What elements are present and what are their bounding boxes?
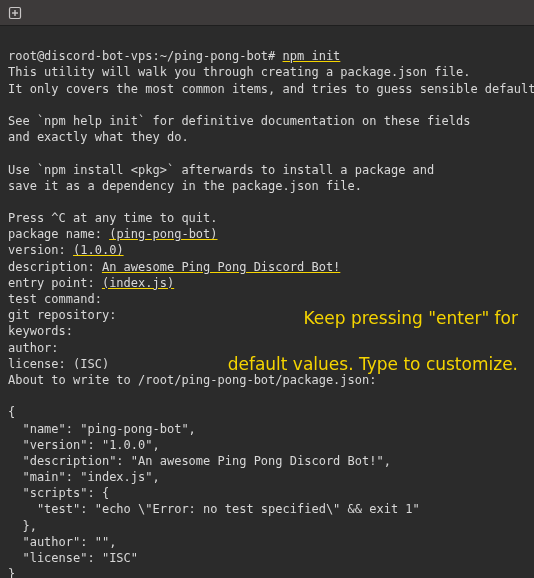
field-label: package name:	[8, 227, 109, 241]
field-value-description: An awesome Ping Pong Discord Bot!	[102, 260, 340, 274]
field-value-entry-point: (index.js)	[102, 276, 174, 290]
intro-line: See `npm help init` for definitive docum…	[8, 114, 470, 128]
field-label-git-repository: git repository:	[8, 308, 116, 322]
field-label-test-command: test command:	[8, 292, 102, 306]
field-value-package-name: (ping-pong-bot)	[109, 227, 217, 241]
terminal-output[interactable]: root@discord-bot-vps:~/ping-pong-bot# np…	[0, 26, 534, 578]
field-label-license: license: (ISC)	[8, 357, 109, 371]
annotation-line: default values. Type to customize.	[228, 354, 518, 374]
json-line: "main": "index.js",	[8, 470, 160, 484]
json-line: "author": "",	[8, 535, 116, 549]
field-value-version: (1.0.0)	[73, 243, 124, 257]
intro-line: It only covers the most common items, an…	[8, 82, 534, 96]
field-label-author: author:	[8, 341, 59, 355]
json-line: }	[8, 567, 15, 578]
field-label: description:	[8, 260, 102, 274]
intro-line: and exactly what they do.	[8, 130, 189, 144]
intro-line: Press ^C at any time to quit.	[8, 211, 218, 225]
json-line: "name": "ping-pong-bot",	[8, 422, 196, 436]
json-line: },	[8, 519, 37, 533]
intro-line: This utility will walk you through creat…	[8, 65, 470, 79]
field-label-keywords: keywords:	[8, 324, 73, 338]
new-tab-icon[interactable]	[8, 6, 22, 20]
json-line: "test": "echo \"Error: no test specified…	[8, 502, 420, 516]
typed-command: npm init	[283, 49, 341, 63]
json-line: {	[8, 405, 15, 419]
intro-line: save it as a dependency in the package.j…	[8, 179, 362, 193]
json-line: "license": "ISC"	[8, 551, 138, 565]
json-line: "description": "An awesome Ping Pong Dis…	[8, 454, 391, 468]
json-line: "version": "1.0.0",	[8, 438, 160, 452]
annotation-line: Keep pressing "enter" for	[304, 308, 518, 328]
json-line: "scripts": {	[8, 486, 109, 500]
window-titlebar	[0, 0, 534, 26]
tutorial-annotation: Keep pressing "enter" for default values…	[228, 284, 518, 376]
field-label: entry point:	[8, 276, 102, 290]
intro-line: Use `npm install <pkg>` afterwards to in…	[8, 163, 434, 177]
shell-prompt: root@discord-bot-vps:~/ping-pong-bot#	[8, 49, 275, 63]
field-label: version:	[8, 243, 73, 257]
